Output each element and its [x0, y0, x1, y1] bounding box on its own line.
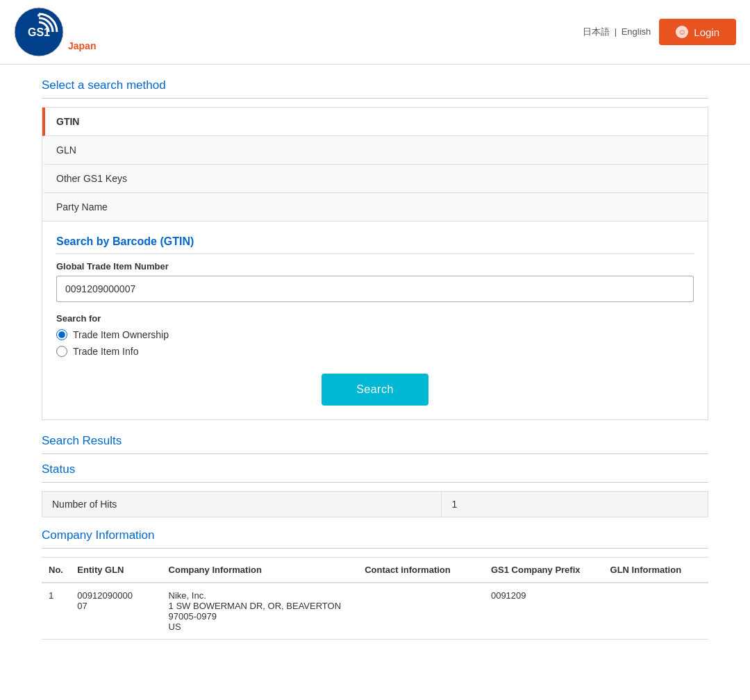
table-row: 1 0091209000007 Nike, Inc. 1 SW BOWERMAN…	[42, 583, 708, 640]
radio-ownership-input[interactable]	[56, 329, 67, 340]
radio-info-label: Trade Item Info	[73, 346, 138, 357]
search-method-gtin[interactable]: GTIN	[42, 108, 708, 136]
row-gs1-prefix: 0091209	[484, 583, 603, 640]
header-right: 日本語 | English ☺ Login	[583, 19, 736, 45]
results-title: Search Results	[42, 434, 708, 448]
company-title: Company Information	[42, 528, 708, 542]
gtin-field-label: Global Trade Item Number	[56, 261, 694, 272]
search-method-gln[interactable]: GLN	[42, 136, 708, 165]
col-gln-info: GLN Information	[603, 558, 708, 583]
hits-row: Number of Hits 1	[42, 492, 708, 517]
status-table: Number of Hits 1	[42, 491, 708, 517]
search-methods-list: GTIN GLN Other GS1 Keys Party Name	[42, 107, 708, 222]
login-label: Login	[694, 26, 719, 38]
status-title: Status	[42, 462, 708, 476]
row-company-info: Nike, Inc. 1 SW BOWERMAN DR, OR, BEAVERT…	[162, 583, 358, 640]
search-for-radio-group: Trade Item Ownership Trade Item Info	[56, 329, 694, 357]
search-panel: Search by Barcode (GTIN) Global Trade It…	[42, 222, 708, 420]
status-section: Status Number of Hits 1	[42, 462, 708, 517]
gs1-logo-icon: GS1	[14, 7, 64, 57]
search-method-party[interactable]: Party Name	[42, 193, 708, 221]
col-company-info: Company Information	[162, 558, 358, 583]
search-method-title: Select a search method	[42, 78, 708, 92]
status-divider	[42, 482, 708, 483]
logo-area: GS1 Japan	[14, 7, 96, 57]
login-button[interactable]: ☺ Login	[659, 19, 736, 45]
radio-ownership-label: Trade Item Ownership	[73, 329, 169, 340]
col-entity-gln: Entity GLN	[70, 558, 161, 583]
col-contact-info: Contact information	[358, 558, 484, 583]
radio-info-input[interactable]	[56, 346, 67, 357]
lang-separator: |	[615, 26, 617, 37]
col-gs1-prefix: GS1 Company Prefix	[484, 558, 603, 583]
logo-japan-label: Japan	[68, 40, 96, 57]
company-address: 1 SW BOWERMAN DR, OR, BEAVERTON97005-097…	[169, 601, 351, 632]
search-button[interactable]: Search	[322, 374, 428, 406]
company-table-body: 1 0091209000007 Nike, Inc. 1 SW BOWERMAN…	[42, 583, 708, 640]
results-divider	[42, 453, 708, 454]
svg-point-2	[38, 14, 40, 17]
company-section: Company Information No. Entity GLN Compa…	[42, 528, 708, 640]
company-name: Nike, Inc.	[169, 590, 351, 601]
search-method-divider	[42, 98, 708, 99]
row-entity-gln: 0091209000007	[70, 583, 161, 640]
main-content: Select a search method GTIN GLN Other GS…	[0, 65, 750, 653]
col-no: No.	[42, 558, 70, 583]
gtin-input[interactable]	[56, 276, 694, 302]
search-for-label: Search for	[56, 313, 694, 324]
row-gln-info	[603, 583, 708, 640]
japanese-lang-link[interactable]: 日本語	[583, 26, 610, 37]
company-table: No. Entity GLN Company Information Conta…	[42, 557, 708, 640]
row-contact-info	[358, 583, 484, 640]
search-btn-container: Search	[56, 374, 694, 406]
hits-label: Number of Hits	[42, 492, 442, 517]
row-no: 1	[42, 583, 70, 640]
svg-text:GS1: GS1	[28, 26, 50, 38]
radio-info[interactable]: Trade Item Info	[56, 346, 694, 357]
search-method-section: Select a search method GTIN GLN Other GS…	[42, 78, 708, 420]
company-table-header-row: No. Entity GLN Company Information Conta…	[42, 558, 708, 583]
radio-ownership[interactable]: Trade Item Ownership	[56, 329, 694, 340]
english-lang-link[interactable]: English	[622, 26, 651, 37]
search-panel-title: Search by Barcode (GTIN)	[56, 235, 694, 254]
search-method-other[interactable]: Other GS1 Keys	[42, 165, 708, 193]
language-switcher: 日本語 | English	[583, 26, 651, 38]
results-section: Search Results Status Number of Hits 1 C…	[42, 434, 708, 640]
header: GS1 Japan 日本語 | English ☺ Login	[0, 0, 750, 65]
user-icon: ☺	[676, 26, 688, 38]
company-table-head: No. Entity GLN Company Information Conta…	[42, 558, 708, 583]
hits-value: 1	[442, 492, 708, 517]
company-divider	[42, 548, 708, 549]
